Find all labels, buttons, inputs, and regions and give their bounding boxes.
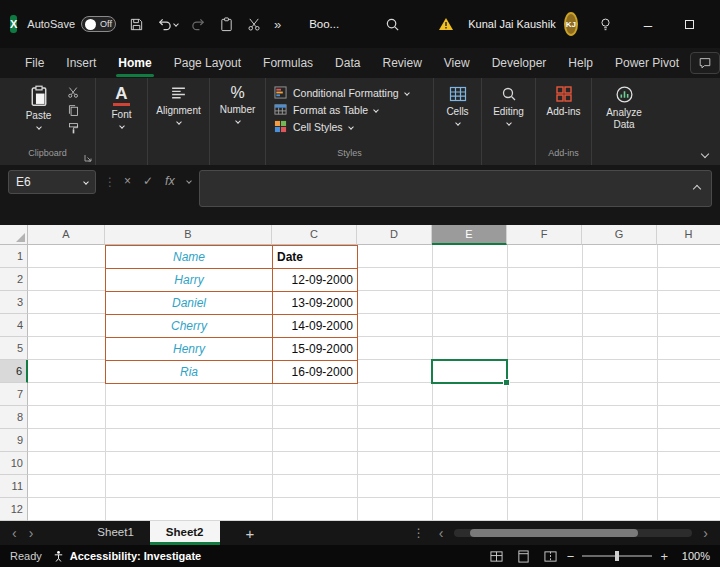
alignment-dropdown-icon[interactable] xyxy=(176,119,182,125)
select-all-corner[interactable] xyxy=(0,225,28,245)
sheet-tab-sheet1[interactable]: Sheet1 xyxy=(81,521,149,545)
alignment-button[interactable]: Alignment xyxy=(155,85,203,148)
cells-button[interactable]: Cells xyxy=(434,85,481,148)
editing-button[interactable]: Editing xyxy=(485,85,533,148)
qat-cut-button[interactable] xyxy=(247,17,262,32)
horizontal-scrollbar[interactable] xyxy=(454,529,692,537)
row-header-4[interactable]: 4 xyxy=(0,314,28,337)
name-box-dropdown-icon[interactable] xyxy=(83,179,89,185)
number-dropdown-icon[interactable] xyxy=(235,118,241,124)
conditional-formatting-button[interactable]: Conditional Formatting xyxy=(266,86,433,99)
page-break-view-button[interactable] xyxy=(544,550,557,563)
normal-view-button[interactable] xyxy=(490,550,503,563)
col-header-E[interactable]: E xyxy=(432,225,507,245)
tab-data[interactable]: Data xyxy=(324,48,371,78)
row-header-7[interactable]: 7 xyxy=(0,383,28,406)
search-icon[interactable] xyxy=(385,17,400,32)
analyze-data-button[interactable]: Analyze Data xyxy=(598,85,650,148)
spreadsheet-grid[interactable]: A B C D E F G H 1 2 3 4 5 6 7 8 9 10 11 … xyxy=(0,225,720,521)
minimize-button[interactable]: – xyxy=(627,0,669,48)
next-sheet-icon[interactable]: › xyxy=(23,522,40,544)
horizontal-scrollbar-thumb[interactable] xyxy=(470,529,638,537)
paste-dropdown-icon[interactable] xyxy=(36,124,42,130)
row-header-3[interactable]: 3 xyxy=(0,291,28,314)
collapse-formula-bar-icon[interactable] xyxy=(693,185,701,193)
cell-B3[interactable]: Daniel xyxy=(106,292,273,315)
name-box[interactable]: E6 xyxy=(8,170,96,194)
tab-page-layout[interactable]: Page Layout xyxy=(163,48,252,78)
copy-button[interactable] xyxy=(67,104,80,117)
fx-dropdown-icon[interactable] xyxy=(186,178,192,184)
save-button[interactable] xyxy=(129,17,144,32)
hscroll-left-icon[interactable]: ‹ xyxy=(433,522,450,544)
qat-overflow-icon[interactable]: » xyxy=(274,17,281,32)
formula-bar-divider[interactable]: ⋮ xyxy=(104,175,116,189)
cell-C6[interactable]: 16-09-2000 xyxy=(273,361,358,384)
zoom-in-button[interactable]: + xyxy=(660,549,668,564)
cell-C3[interactable]: 13-09-2000 xyxy=(273,292,358,315)
accessibility-status[interactable]: Accessibility: Investigate xyxy=(52,550,201,563)
zoom-slider[interactable] xyxy=(582,555,652,557)
cell-C5[interactable]: 15-09-2000 xyxy=(273,338,358,361)
tab-help[interactable]: Help xyxy=(557,48,604,78)
col-header-A[interactable]: A xyxy=(28,225,105,245)
col-header-D[interactable]: D xyxy=(357,225,432,245)
tab-file[interactable]: File xyxy=(14,48,55,78)
lightbulb-icon[interactable] xyxy=(598,17,613,32)
editing-dropdown-icon[interactable] xyxy=(506,120,512,126)
cell-B2[interactable]: Harry xyxy=(106,269,273,292)
format-painter-button[interactable] xyxy=(67,122,80,135)
cancel-icon[interactable]: × xyxy=(124,174,131,188)
tab-insert[interactable]: Insert xyxy=(55,48,107,78)
cell-B6[interactable]: Ria xyxy=(106,361,273,384)
tab-formulas[interactable]: Formulas xyxy=(252,48,324,78)
clipboard-dialog-launcher[interactable] xyxy=(84,154,92,162)
row-header-5[interactable]: 5 xyxy=(0,337,28,360)
row-header-11[interactable]: 11 xyxy=(0,475,28,498)
warning-icon[interactable] xyxy=(438,16,454,32)
close-button[interactable]: × xyxy=(711,0,720,48)
zoom-out-button[interactable]: − xyxy=(567,549,575,564)
font-dropdown-icon[interactable] xyxy=(119,123,125,129)
number-button[interactable]: % Number xyxy=(214,85,262,148)
cell-B5[interactable]: Henry xyxy=(106,338,273,361)
cells-dropdown-icon[interactable] xyxy=(455,120,461,126)
cell-C4[interactable]: 14-09-2000 xyxy=(273,315,358,338)
cell-C1[interactable]: Date xyxy=(273,246,358,269)
user-name[interactable]: Kunal Jai Kaushik xyxy=(468,18,555,30)
undo-button[interactable] xyxy=(157,17,178,32)
tab-home[interactable]: Home xyxy=(107,48,162,78)
cell-C2[interactable]: 12-09-2000 xyxy=(273,269,358,292)
autosave-toggle[interactable]: Off xyxy=(81,16,116,32)
enter-icon[interactable]: ✓ xyxy=(143,174,153,188)
insert-function-icon[interactable]: fx xyxy=(165,174,175,188)
tab-review[interactable]: Review xyxy=(371,48,432,78)
zoom-level[interactable]: 100% xyxy=(676,550,710,562)
page-layout-view-button[interactable] xyxy=(517,550,530,563)
row-header-2[interactable]: 2 xyxy=(0,268,28,291)
row-header-9[interactable]: 9 xyxy=(0,429,28,452)
cell-B1[interactable]: Name xyxy=(106,246,273,269)
selected-cell-E6[interactable] xyxy=(431,359,508,384)
addins-button[interactable]: Add-ins xyxy=(540,85,588,148)
cut-button[interactable] xyxy=(67,86,80,99)
row-header-10[interactable]: 10 xyxy=(0,452,28,475)
tab-developer[interactable]: Developer xyxy=(481,48,558,78)
collapse-ribbon-icon[interactable] xyxy=(701,150,709,158)
paste-button[interactable]: Paste xyxy=(16,85,62,148)
avatar[interactable]: KJ xyxy=(564,12,578,36)
col-header-C[interactable]: C xyxy=(272,225,357,245)
font-button[interactable]: A Font xyxy=(98,85,146,148)
formula-input[interactable] xyxy=(199,170,712,207)
maximize-button[interactable] xyxy=(669,0,711,48)
row-header-8[interactable]: 8 xyxy=(0,406,28,429)
undo-dropdown-icon[interactable] xyxy=(173,21,179,27)
format-as-table-button[interactable]: Format as Table xyxy=(266,103,433,116)
qat-clipboard-button[interactable] xyxy=(219,17,234,32)
row-header-12[interactable]: 12 xyxy=(0,498,28,521)
new-sheet-button[interactable]: + xyxy=(236,525,265,542)
redo-button[interactable] xyxy=(191,17,206,32)
zoom-slider-thumb[interactable] xyxy=(615,551,619,561)
col-header-B[interactable]: B xyxy=(105,225,272,245)
tab-power-pivot[interactable]: Power Pivot xyxy=(604,48,690,78)
